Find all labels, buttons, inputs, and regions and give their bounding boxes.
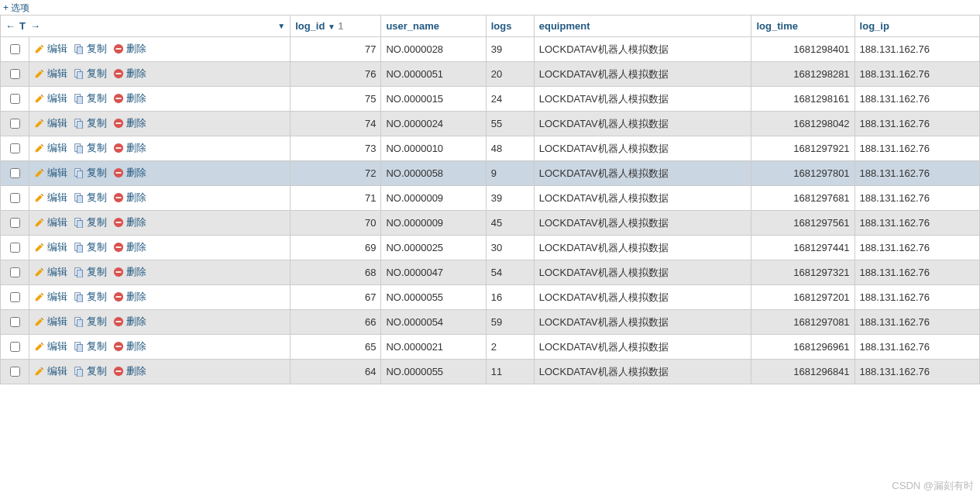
col-header-user_name[interactable]: user_name — [381, 16, 486, 37]
delete-link[interactable]: 删除 — [113, 265, 146, 279]
row-checkbox[interactable] — [10, 143, 20, 153]
edit-link[interactable]: 编辑 — [34, 215, 67, 229]
table-row[interactable]: 编辑复制删除68NO.000004754LOCKDATAV机器人模拟数据1681… — [1, 260, 980, 285]
edit-label: 编辑 — [47, 91, 67, 105]
copy-link[interactable]: 复制 — [74, 91, 107, 105]
copy-link[interactable]: 复制 — [74, 240, 107, 254]
delete-link[interactable]: 删除 — [113, 191, 146, 205]
row-checkbox[interactable] — [10, 193, 20, 203]
copy-link[interactable]: 复制 — [74, 141, 107, 155]
delete-link[interactable]: 删除 — [113, 116, 146, 130]
edit-link[interactable]: 编辑 — [34, 67, 67, 81]
delete-link[interactable]: 删除 — [113, 364, 146, 378]
copy-link[interactable]: 复制 — [74, 290, 107, 304]
row-checkbox[interactable] — [10, 367, 20, 377]
table-row[interactable]: 编辑复制删除72NO.00000589LOCKDATAV机器人模拟数据16812… — [1, 161, 980, 186]
edit-link[interactable]: 编辑 — [34, 265, 67, 279]
edit-link[interactable]: 编辑 — [34, 290, 67, 304]
table-row[interactable]: 编辑复制删除64NO.000005511LOCKDATAV机器人模拟数据1681… — [1, 360, 980, 384]
sort-move-right[interactable]: → — [30, 20, 40, 32]
copy-link[interactable]: 复制 — [74, 42, 107, 56]
table-row[interactable]: 编辑复制删除65NO.00000212LOCKDATAV机器人模拟数据16812… — [1, 335, 980, 360]
copy-link[interactable]: 复制 — [74, 191, 107, 205]
table-row[interactable]: 编辑复制删除71NO.000000939LOCKDATAV机器人模拟数据1681… — [1, 186, 980, 211]
edit-link[interactable]: 编辑 — [34, 116, 67, 130]
row-checkbox[interactable] — [10, 168, 20, 178]
delete-label: 删除 — [126, 315, 146, 329]
table-row[interactable]: 编辑复制删除70NO.000000945LOCKDATAV机器人模拟数据1681… — [1, 211, 980, 236]
delete-link[interactable]: 删除 — [113, 91, 146, 105]
copy-label: 复制 — [87, 166, 107, 180]
edit-link[interactable]: 编辑 — [34, 191, 67, 205]
edit-label: 编辑 — [47, 315, 67, 329]
table-row[interactable]: 编辑复制删除73NO.000001048LOCKDATAV机器人模拟数据1681… — [1, 136, 980, 161]
edit-link[interactable]: 编辑 — [34, 364, 67, 378]
edit-label: 编辑 — [47, 116, 67, 130]
cell-log_time: 1681298281 — [751, 62, 854, 87]
cell-log_ip: 188.131.162.76 — [854, 186, 979, 211]
delete-link[interactable]: 删除 — [113, 42, 146, 56]
row-checkbox[interactable] — [10, 119, 20, 129]
copy-icon — [74, 267, 84, 277]
sort-text-type[interactable]: T — [19, 20, 26, 32]
copy-link[interactable]: 复制 — [74, 315, 107, 329]
copy-link[interactable]: 复制 — [74, 67, 107, 81]
delete-link[interactable]: 删除 — [113, 315, 146, 329]
row-checkbox[interactable] — [10, 267, 20, 277]
col-header-log_id[interactable]: log_id ▼ 1 — [291, 16, 381, 37]
delete-link[interactable]: 删除 — [113, 339, 146, 353]
col-header-log_ip[interactable]: log_ip — [854, 16, 979, 37]
table-row[interactable]: 编辑复制删除75NO.000001524LOCKDATAV机器人模拟数据1681… — [1, 87, 980, 112]
delete-link[interactable]: 删除 — [113, 67, 146, 81]
table-row[interactable]: 编辑复制删除74NO.000002455LOCKDATAV机器人模拟数据1681… — [1, 112, 980, 136]
row-checkbox[interactable] — [10, 218, 20, 228]
copy-link[interactable]: 复制 — [74, 265, 107, 279]
edit-link[interactable]: 编辑 — [34, 339, 67, 353]
copy-link[interactable]: 复制 — [74, 215, 107, 229]
col-header-log_time[interactable]: log_time — [751, 16, 854, 37]
row-checkbox[interactable] — [10, 44, 20, 54]
edit-link[interactable]: 编辑 — [34, 91, 67, 105]
cell-logs: 30 — [486, 236, 534, 260]
delete-link[interactable]: 删除 — [113, 240, 146, 254]
table-row[interactable]: 编辑复制删除69NO.000002530LOCKDATAV机器人模拟数据1681… — [1, 236, 980, 260]
delete-link[interactable]: 删除 — [113, 166, 146, 180]
edit-link[interactable]: 编辑 — [34, 166, 67, 180]
row-checkbox[interactable] — [10, 243, 20, 253]
col-header-logs[interactable]: logs — [486, 16, 534, 37]
edit-link[interactable]: 编辑 — [34, 42, 67, 56]
table-row[interactable]: 编辑复制删除66NO.000005459LOCKDATAV机器人模拟数据1681… — [1, 310, 980, 335]
cell-log_ip: 188.131.162.76 — [854, 310, 979, 335]
cell-log_id: 76 — [291, 62, 381, 87]
table-row[interactable]: 编辑复制删除67NO.000005516LOCKDATAV机器人模拟数据1681… — [1, 285, 980, 310]
sort-desc-icon[interactable]: ▼ — [277, 22, 285, 30]
delete-link[interactable]: 删除 — [113, 141, 146, 155]
cell-log_id: 70 — [291, 211, 381, 236]
copy-link[interactable]: 复制 — [74, 166, 107, 180]
table-row[interactable]: 编辑复制删除77NO.000002839LOCKDATAV机器人模拟数据1681… — [1, 37, 980, 62]
copy-link[interactable]: 复制 — [74, 116, 107, 130]
col-header-equipment[interactable]: equipment — [534, 16, 751, 37]
delete-link[interactable]: 删除 — [113, 215, 146, 229]
delete-label: 删除 — [126, 191, 146, 205]
edit-link[interactable]: 编辑 — [34, 240, 67, 254]
row-checkbox[interactable] — [10, 317, 20, 327]
copy-link[interactable]: 复制 — [74, 364, 107, 378]
row-checkbox[interactable] — [10, 342, 20, 352]
copy-link[interactable]: 复制 — [74, 339, 107, 353]
cell-equipment: LOCKDATAV机器人模拟数据 — [534, 260, 751, 285]
row-checkbox[interactable] — [10, 94, 20, 104]
minus-circle-icon — [113, 267, 124, 277]
table-row[interactable]: 编辑复制删除76NO.000005120LOCKDATAV机器人模拟数据1681… — [1, 62, 980, 87]
minus-circle-icon — [113, 68, 124, 79]
sort-move-left[interactable]: ← — [5, 20, 15, 32]
edit-label: 编辑 — [47, 215, 67, 229]
row-checkbox[interactable] — [10, 69, 20, 79]
cell-user_name: NO.0000009 — [381, 211, 486, 236]
edit-link[interactable]: 编辑 — [34, 315, 67, 329]
cell-user_name: NO.0000051 — [381, 62, 486, 87]
row-checkbox[interactable] — [10, 292, 20, 302]
edit-link[interactable]: 编辑 — [34, 141, 67, 155]
options-link[interactable]: + 选项 — [3, 2, 29, 13]
delete-link[interactable]: 删除 — [113, 290, 146, 304]
